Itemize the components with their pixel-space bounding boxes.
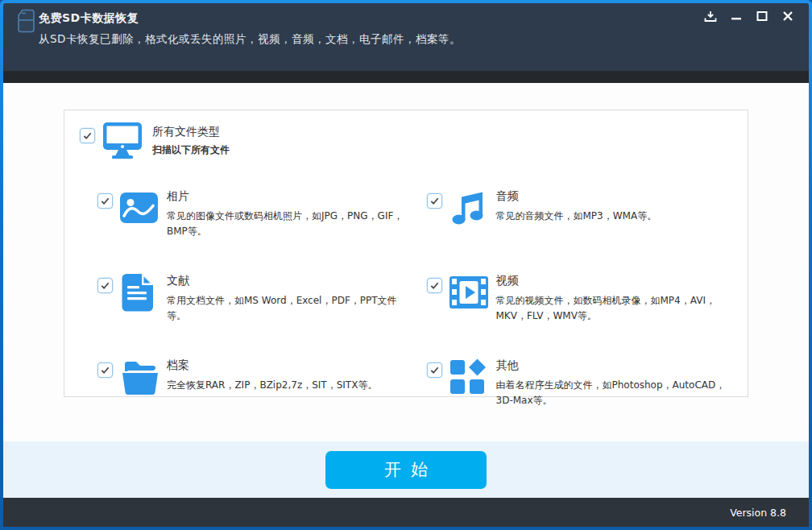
category-title: 音频 — [496, 189, 657, 204]
category-documents: 文献 常用文档文件，如MS Word，Excel，PDF，PPT文件等。 — [97, 274, 404, 323]
footer-bar: 开始 — [3, 441, 809, 498]
status-bar: Version 8.8 — [3, 498, 809, 527]
maximize-icon[interactable] — [752, 8, 772, 24]
photo-icon — [120, 189, 158, 227]
documents-checkbox[interactable] — [97, 278, 113, 293]
all-files-subtitle: 扫描以下所有文件 — [152, 143, 230, 157]
category-title: 相片 — [167, 189, 404, 204]
file-types-panel: 所有文件类型 扫描以下所有文件 — [64, 110, 748, 397]
all-files-text: 所有文件类型 扫描以下所有文件 — [152, 122, 230, 157]
category-text: 视频 常见的视频文件，如数码相机录像，如MP4，AVI，MKV，FLV，WMV等… — [496, 274, 734, 323]
category-title: 视频 — [496, 274, 734, 288]
music-note-icon — [450, 189, 487, 227]
category-audio: 音频 常见的音频文件，如MP3，WMA等。 — [427, 189, 734, 238]
title-bar: 免费SD卡数据恢复 从SD卡恢复已删除，格式化或丢失的照片，视频，音频，文档，电… — [3, 3, 809, 71]
sd-card-icon — [16, 9, 37, 33]
category-text: 文献 常用文档文件，如MS Word，Excel，PDF，PPT文件等。 — [167, 274, 404, 323]
all-file-types-row: 所有文件类型 扫描以下所有文件 — [72, 122, 740, 163]
all-files-title: 所有文件类型 — [152, 122, 230, 139]
category-desc: 常见的音频文件，如MP3，WMA等。 — [496, 209, 657, 224]
category-text: 相片 常见的图像文件或数码相机照片，如JPG，PNG，GIF，BMP等。 — [167, 189, 404, 238]
category-desc: 由着名程序生成的文件，如Photoshop，AutoCAD，3D-Max等。 — [496, 378, 734, 408]
video-checkbox[interactable] — [427, 278, 442, 293]
category-photos: 相片 常见的图像文件或数码相机照片，如JPG，PNG，GIF，BMP等。 — [97, 189, 404, 238]
header-divider-strip — [3, 71, 809, 83]
open-folder-icon — [120, 358, 158, 396]
download-icon[interactable] — [701, 8, 720, 24]
start-button[interactable]: 开始 — [325, 451, 487, 489]
audio-checkbox[interactable] — [427, 193, 442, 209]
archives-checkbox[interactable] — [97, 362, 113, 378]
window-controls — [701, 8, 798, 24]
category-text: 档案 完全恢复RAR，ZIP，BZip2,7z，SIT，SITX等。 — [167, 358, 377, 393]
close-icon[interactable] — [778, 8, 798, 24]
category-desc: 常见的图像文件或数码相机照片，如JPG，PNG，GIF，BMP等。 — [167, 209, 404, 238]
version-label: Version 8.8 — [730, 507, 786, 519]
all-files-checkbox[interactable] — [80, 128, 95, 143]
category-title: 文献 — [167, 274, 404, 288]
others-checkbox[interactable] — [427, 362, 442, 378]
category-desc: 常见的视频文件，如数码相机录像，如MP4，AVI，MKV，FLV，WMV等。 — [496, 293, 734, 323]
category-text: 其他 由着名程序生成的文件，如Photoshop，AutoCAD，3D-Max等… — [496, 358, 734, 408]
category-others: 其他 由着名程序生成的文件，如Photoshop，AutoCAD，3D-Max等… — [427, 358, 734, 408]
main-area: 所有文件类型 扫描以下所有文件 — [3, 83, 809, 441]
minimize-icon[interactable] — [727, 8, 746, 24]
category-title: 档案 — [167, 358, 377, 373]
photos-checkbox[interactable] — [97, 193, 113, 209]
category-text: 音频 常见的音频文件，如MP3，WMA等。 — [496, 189, 657, 224]
category-grid: 相片 常见的图像文件或数码相机照片，如JPG，PNG，GIF，BMP等。 — [72, 163, 740, 408]
category-title: 其他 — [496, 358, 734, 373]
monitor-icon — [103, 122, 142, 163]
filmstrip-play-icon — [450, 274, 487, 312]
window-title: 免费SD卡数据恢复 — [39, 10, 798, 26]
app-window: 免费SD卡数据恢复 从SD卡恢复已删除，格式化或丢失的照片，视频，音频，文档，电… — [0, 0, 812, 530]
shapes-grid-icon — [450, 358, 487, 396]
category-archives: 档案 完全恢复RAR，ZIP，BZip2,7z，SIT，SITX等。 — [97, 358, 404, 408]
category-video: 视频 常见的视频文件，如数码相机录像，如MP4，AVI，MKV，FLV，WMV等… — [427, 274, 734, 323]
window-subtitle: 从SD卡恢复已删除，格式化或丢失的照片，视频，音频，文档，电子邮件，档案等。 — [39, 32, 798, 47]
category-desc: 常用文档文件，如MS Word，Excel，PDF，PPT文件等。 — [167, 293, 404, 323]
document-icon — [120, 274, 158, 312]
category-desc: 完全恢复RAR，ZIP，BZip2,7z，SIT，SITX等。 — [167, 378, 377, 393]
